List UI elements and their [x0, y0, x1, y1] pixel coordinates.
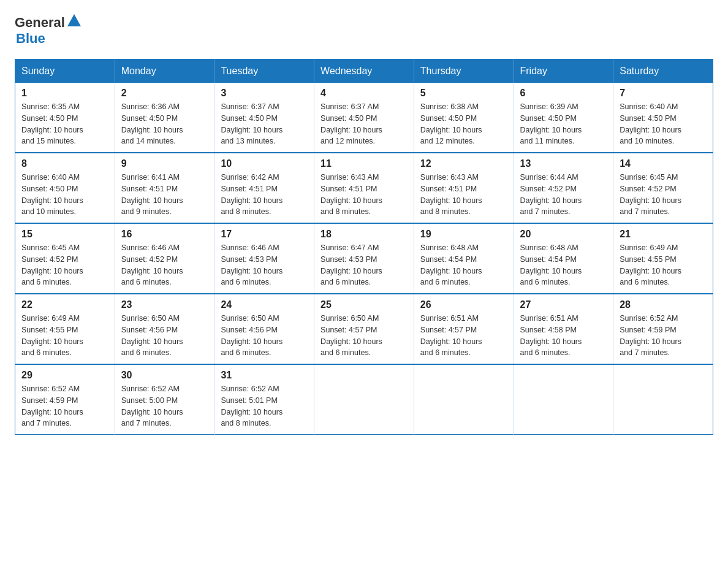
- calendar-cell: 3 Sunrise: 6:37 AM Sunset: 4:50 PM Dayli…: [214, 83, 314, 153]
- calendar-cell: 9 Sunrise: 6:41 AM Sunset: 4:51 PM Dayli…: [115, 153, 214, 223]
- calendar-cell: 30 Sunrise: 6:52 AM Sunset: 5:00 PM Dayl…: [115, 364, 214, 435]
- calendar-cell: 16 Sunrise: 6:46 AM Sunset: 4:52 PM Dayl…: [115, 223, 214, 294]
- day-number: 9: [121, 158, 208, 169]
- calendar-cell: 13 Sunrise: 6:44 AM Sunset: 4:52 PM Dayl…: [514, 153, 613, 223]
- day-of-week-header: Wednesday: [314, 59, 414, 83]
- calendar-cell: 7 Sunrise: 6:40 AM Sunset: 4:50 PM Dayli…: [613, 83, 713, 153]
- calendar-cell: 19 Sunrise: 6:48 AM Sunset: 4:54 PM Dayl…: [414, 223, 514, 294]
- calendar-cell: 2 Sunrise: 6:36 AM Sunset: 4:50 PM Dayli…: [115, 83, 214, 153]
- day-number: 12: [420, 158, 507, 169]
- calendar-cell: 11 Sunrise: 6:43 AM Sunset: 4:51 PM Dayl…: [314, 153, 414, 223]
- calendar-cell: 8 Sunrise: 6:40 AM Sunset: 4:50 PM Dayli…: [15, 153, 115, 223]
- day-number: 5: [420, 88, 507, 99]
- day-info: Sunrise: 6:40 AM Sunset: 4:50 PM Dayligh…: [620, 102, 681, 145]
- calendar-cell: 10 Sunrise: 6:42 AM Sunset: 4:51 PM Dayl…: [214, 153, 314, 223]
- day-number: 18: [320, 229, 408, 240]
- day-info: Sunrise: 6:45 AM Sunset: 4:52 PM Dayligh…: [620, 173, 681, 216]
- day-info: Sunrise: 6:50 AM Sunset: 4:56 PM Dayligh…: [221, 314, 282, 357]
- calendar-cell: 14 Sunrise: 6:45 AM Sunset: 4:52 PM Dayl…: [613, 153, 713, 223]
- calendar-week-row: 22 Sunrise: 6:49 AM Sunset: 4:55 PM Dayl…: [15, 294, 713, 364]
- day-info: Sunrise: 6:37 AM Sunset: 4:50 PM Dayligh…: [320, 102, 382, 145]
- calendar-cell: 20 Sunrise: 6:48 AM Sunset: 4:54 PM Dayl…: [514, 223, 613, 294]
- day-info: Sunrise: 6:41 AM Sunset: 4:51 PM Dayligh…: [121, 173, 183, 216]
- calendar-cell: 15 Sunrise: 6:45 AM Sunset: 4:52 PM Dayl…: [15, 223, 115, 294]
- day-info: Sunrise: 6:51 AM Sunset: 4:57 PM Dayligh…: [420, 314, 482, 357]
- day-info: Sunrise: 6:39 AM Sunset: 4:50 PM Dayligh…: [520, 102, 582, 145]
- calendar-cell: 24 Sunrise: 6:50 AM Sunset: 4:56 PM Dayl…: [214, 294, 314, 364]
- day-number: 22: [21, 299, 108, 310]
- calendar-cell: 31 Sunrise: 6:52 AM Sunset: 5:01 PM Dayl…: [214, 364, 314, 435]
- day-info: Sunrise: 6:48 AM Sunset: 4:54 PM Dayligh…: [520, 243, 582, 286]
- day-number: 1: [21, 88, 108, 99]
- day-info: Sunrise: 6:35 AM Sunset: 4:50 PM Dayligh…: [21, 102, 83, 145]
- day-number: 7: [620, 88, 707, 99]
- day-number: 30: [121, 370, 208, 381]
- day-of-week-header: Monday: [115, 59, 214, 83]
- calendar-cell: 4 Sunrise: 6:37 AM Sunset: 4:50 PM Dayli…: [314, 83, 414, 153]
- day-info: Sunrise: 6:42 AM Sunset: 4:51 PM Dayligh…: [221, 173, 282, 216]
- day-number: 28: [620, 299, 707, 310]
- calendar-cell: 18 Sunrise: 6:47 AM Sunset: 4:53 PM Dayl…: [314, 223, 414, 294]
- calendar-cell: [414, 364, 514, 435]
- day-number: 2: [121, 88, 208, 99]
- calendar-cell: 5 Sunrise: 6:38 AM Sunset: 4:50 PM Dayli…: [414, 83, 514, 153]
- calendar-cell: 27 Sunrise: 6:51 AM Sunset: 4:58 PM Dayl…: [514, 294, 613, 364]
- day-number: 3: [221, 88, 308, 99]
- day-number: 25: [320, 299, 408, 310]
- day-info: Sunrise: 6:50 AM Sunset: 4:57 PM Dayligh…: [320, 314, 382, 357]
- day-number: 19: [420, 229, 507, 240]
- day-number: 26: [420, 299, 507, 310]
- calendar-cell: 22 Sunrise: 6:49 AM Sunset: 4:55 PM Dayl…: [15, 294, 115, 364]
- calendar-header-row: SundayMondayTuesdayWednesdayThursdayFrid…: [15, 59, 713, 83]
- calendar-cell: 29 Sunrise: 6:52 AM Sunset: 4:59 PM Dayl…: [15, 364, 115, 435]
- calendar-cell: 1 Sunrise: 6:35 AM Sunset: 4:50 PM Dayli…: [15, 83, 115, 153]
- day-info: Sunrise: 6:36 AM Sunset: 4:50 PM Dayligh…: [121, 102, 183, 145]
- day-info: Sunrise: 6:46 AM Sunset: 4:52 PM Dayligh…: [121, 243, 183, 286]
- calendar-week-row: 1 Sunrise: 6:35 AM Sunset: 4:50 PM Dayli…: [15, 83, 713, 153]
- day-number: 17: [221, 229, 308, 240]
- day-number: 24: [221, 299, 308, 310]
- calendar-week-row: 29 Sunrise: 6:52 AM Sunset: 4:59 PM Dayl…: [15, 364, 713, 435]
- day-info: Sunrise: 6:40 AM Sunset: 4:50 PM Dayligh…: [21, 173, 83, 216]
- day-number: 15: [21, 229, 108, 240]
- calendar-cell: 21 Sunrise: 6:49 AM Sunset: 4:55 PM Dayl…: [613, 223, 713, 294]
- calendar-week-row: 15 Sunrise: 6:45 AM Sunset: 4:52 PM Dayl…: [15, 223, 713, 294]
- day-number: 6: [520, 88, 607, 99]
- logo-general-text: General: [15, 15, 65, 31]
- day-info: Sunrise: 6:49 AM Sunset: 4:55 PM Dayligh…: [620, 243, 681, 286]
- day-info: Sunrise: 6:48 AM Sunset: 4:54 PM Dayligh…: [420, 243, 482, 286]
- day-info: Sunrise: 6:37 AM Sunset: 4:50 PM Dayligh…: [221, 102, 282, 145]
- day-info: Sunrise: 6:38 AM Sunset: 4:50 PM Dayligh…: [420, 102, 482, 145]
- calendar-cell: 28 Sunrise: 6:52 AM Sunset: 4:59 PM Dayl…: [613, 294, 713, 364]
- calendar-cell: 6 Sunrise: 6:39 AM Sunset: 4:50 PM Dayli…: [514, 83, 613, 153]
- calendar-cell: [514, 364, 613, 435]
- day-info: Sunrise: 6:52 AM Sunset: 4:59 PM Dayligh…: [620, 314, 681, 357]
- day-number: 31: [221, 370, 308, 381]
- logo-blue-text: Blue: [16, 31, 45, 46]
- day-of-week-header: Sunday: [15, 59, 115, 83]
- logo-triangle-icon: [67, 14, 81, 26]
- day-of-week-header: Tuesday: [214, 59, 314, 83]
- day-number: 4: [320, 88, 408, 99]
- day-info: Sunrise: 6:52 AM Sunset: 4:59 PM Dayligh…: [21, 385, 83, 427]
- calendar-table: SundayMondayTuesdayWednesdayThursdayFrid…: [15, 59, 713, 435]
- day-info: Sunrise: 6:51 AM Sunset: 4:58 PM Dayligh…: [520, 314, 582, 357]
- calendar-cell: [314, 364, 414, 435]
- day-number: 20: [520, 229, 607, 240]
- calendar-cell: 17 Sunrise: 6:46 AM Sunset: 4:53 PM Dayl…: [214, 223, 314, 294]
- svg-marker-0: [67, 14, 81, 26]
- day-info: Sunrise: 6:49 AM Sunset: 4:55 PM Dayligh…: [21, 314, 83, 357]
- day-info: Sunrise: 6:46 AM Sunset: 4:53 PM Dayligh…: [221, 243, 282, 286]
- day-info: Sunrise: 6:52 AM Sunset: 5:01 PM Dayligh…: [221, 385, 282, 427]
- day-info: Sunrise: 6:43 AM Sunset: 4:51 PM Dayligh…: [320, 173, 382, 216]
- day-info: Sunrise: 6:45 AM Sunset: 4:52 PM Dayligh…: [21, 243, 83, 286]
- day-number: 16: [121, 229, 208, 240]
- day-number: 29: [21, 370, 108, 381]
- calendar-cell: 12 Sunrise: 6:43 AM Sunset: 4:51 PM Dayl…: [414, 153, 514, 223]
- day-number: 21: [620, 229, 707, 240]
- day-info: Sunrise: 6:47 AM Sunset: 4:53 PM Dayligh…: [320, 243, 382, 286]
- page-header: General Blue: [15, 15, 713, 47]
- logo: General Blue: [15, 15, 81, 47]
- calendar-cell: 25 Sunrise: 6:50 AM Sunset: 4:57 PM Dayl…: [314, 294, 414, 364]
- calendar-cell: 26 Sunrise: 6:51 AM Sunset: 4:57 PM Dayl…: [414, 294, 514, 364]
